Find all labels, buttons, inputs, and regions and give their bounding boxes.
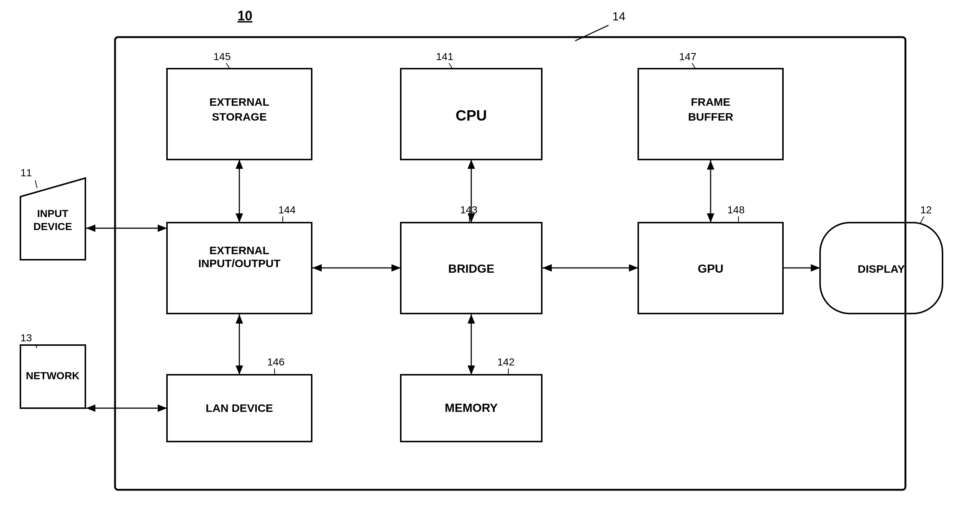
svg-marker-29 bbox=[468, 213, 475, 223]
memory-label: MEMORY bbox=[445, 401, 498, 415]
external-storage-label1: EXTERNAL bbox=[209, 96, 269, 108]
svg-marker-13 bbox=[235, 159, 243, 169]
svg-marker-20 bbox=[391, 264, 401, 272]
ref-146: 146 bbox=[267, 356, 285, 368]
svg-line-1 bbox=[35, 180, 37, 188]
svg-marker-37 bbox=[707, 160, 714, 170]
ref-145: 145 bbox=[213, 51, 231, 62]
input-device-label2: DEVICE bbox=[33, 221, 72, 232]
svg-marker-22 bbox=[235, 314, 243, 324]
ref-14: 14 bbox=[612, 10, 626, 23]
network-label: NETWORK bbox=[26, 370, 80, 382]
ref-12: 12 bbox=[920, 204, 932, 216]
frame-buffer-label2: BUFFER bbox=[688, 111, 733, 123]
ref-148: 148 bbox=[727, 204, 745, 216]
ref-11: 11 bbox=[21, 167, 32, 178]
svg-line-0 bbox=[575, 25, 609, 41]
external-io-label1: EXTERNAL bbox=[209, 244, 269, 256]
svg-marker-28 bbox=[468, 159, 475, 169]
svg-marker-35 bbox=[629, 264, 638, 272]
svg-marker-14 bbox=[235, 213, 243, 223]
frame-buffer-label1: FRAME bbox=[691, 96, 731, 108]
ref-141: 141 bbox=[436, 51, 453, 62]
ref-147: 147 bbox=[679, 51, 697, 62]
ref-144: 144 bbox=[278, 204, 296, 216]
svg-marker-26 bbox=[158, 404, 167, 412]
gpu-label: GPU bbox=[698, 262, 723, 275]
ref-13: 13 bbox=[21, 332, 32, 344]
svg-marker-34 bbox=[542, 264, 552, 272]
svg-marker-23 bbox=[235, 366, 243, 375]
input-device-label: INPUT bbox=[37, 208, 68, 219]
svg-marker-17 bbox=[158, 224, 167, 232]
svg-marker-38 bbox=[707, 213, 714, 223]
diagram-title: 10 bbox=[237, 8, 252, 23]
svg-marker-40 bbox=[811, 264, 820, 272]
ref-142: 142 bbox=[497, 356, 515, 368]
svg-marker-19 bbox=[312, 264, 322, 272]
svg-marker-25 bbox=[86, 404, 95, 412]
external-storage-label2: STORAGE bbox=[212, 111, 267, 123]
svg-line-11 bbox=[920, 216, 924, 223]
external-io-label2: INPUT/OUTPUT bbox=[198, 257, 280, 269]
svg-marker-16 bbox=[86, 224, 95, 232]
bridge-label: BRIDGE bbox=[448, 262, 494, 275]
cpu-label: CPU bbox=[456, 107, 487, 124]
svg-marker-31 bbox=[468, 314, 475, 324]
svg-marker-32 bbox=[468, 366, 475, 375]
diagram-container: 10 14 INPUT DEVICE 11 NETWORK 13 EXTERNA… bbox=[0, 0, 980, 528]
display-label: DISPLAY bbox=[858, 263, 905, 275]
lan-device-label: LAN DEVICE bbox=[205, 402, 273, 414]
